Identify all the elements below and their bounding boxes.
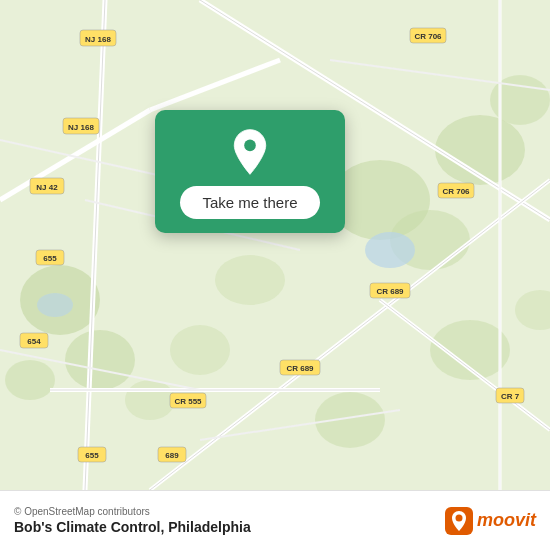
svg-text:CR 706: CR 706 [442, 187, 470, 196]
svg-text:CR 689: CR 689 [286, 364, 314, 373]
attribution-text: © OpenStreetMap contributors [14, 506, 251, 517]
svg-text:CR 555: CR 555 [174, 397, 202, 406]
svg-text:NJ 168: NJ 168 [85, 35, 111, 44]
bottom-bar: © OpenStreetMap contributors Bob's Clima… [0, 490, 550, 550]
svg-text:CR 7: CR 7 [501, 392, 520, 401]
svg-point-8 [315, 392, 385, 448]
location-pin-icon [226, 128, 274, 176]
svg-point-63 [455, 514, 462, 521]
svg-point-2 [65, 330, 135, 390]
svg-point-11 [215, 255, 285, 305]
map-container: NJ 168 NJ 168 NJ 42 655 654 655 689 CR 7… [0, 0, 550, 490]
moovit-logo: moovit [445, 507, 536, 535]
svg-point-10 [125, 380, 175, 420]
take-me-there-button[interactable]: Take me there [180, 186, 319, 219]
svg-text:NJ 168: NJ 168 [68, 123, 94, 132]
svg-point-15 [37, 293, 73, 317]
svg-text:654: 654 [27, 337, 41, 346]
bottom-info: © OpenStreetMap contributors Bob's Clima… [14, 506, 251, 535]
svg-point-14 [365, 232, 415, 268]
svg-text:NJ 42: NJ 42 [36, 183, 58, 192]
svg-text:689: 689 [165, 451, 179, 460]
svg-text:655: 655 [43, 254, 57, 263]
popup-card: Take me there [155, 110, 345, 233]
location-name: Bob's Climate Control, Philadelphia [14, 519, 251, 535]
svg-point-3 [5, 360, 55, 400]
moovit-icon-svg [445, 507, 473, 535]
moovit-brand-text: moovit [477, 510, 536, 531]
svg-point-61 [244, 140, 256, 152]
svg-text:655: 655 [85, 451, 99, 460]
svg-text:CR 706: CR 706 [414, 32, 442, 41]
svg-text:CR 689: CR 689 [376, 287, 404, 296]
svg-point-9 [170, 325, 230, 375]
